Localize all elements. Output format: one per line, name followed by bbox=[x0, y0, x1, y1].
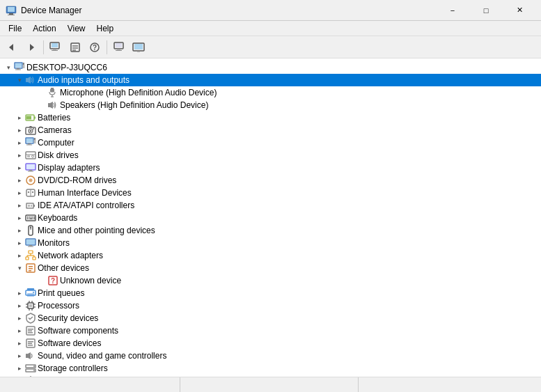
svg-rect-70 bbox=[26, 215, 36, 221]
svg-rect-22 bbox=[137, 51, 140, 52]
tree-item-cameras[interactable]: ▸ Cameras bbox=[0, 124, 541, 136]
expand-security[interactable]: ▸ bbox=[14, 313, 25, 324]
maximize-button[interactable]: □ bbox=[470, 0, 502, 21]
svg-rect-25 bbox=[17, 68, 19, 70]
svg-rect-100 bbox=[33, 292, 34, 293]
tree-item-ide[interactable]: ▸ IDE ATA/ATAPI controllers bbox=[0, 199, 541, 212]
menu-bar: File Action View Help bbox=[0, 21, 541, 36]
toolbar-monitor[interactable] bbox=[130, 38, 148, 56]
expand-display[interactable]: ▸ bbox=[14, 162, 25, 173]
expand-cameras[interactable]: ▸ bbox=[14, 125, 25, 136]
toolbar-properties[interactable] bbox=[66, 38, 84, 56]
tree-item-softwarecomp[interactable]: ▸ Software components bbox=[0, 324, 541, 337]
expand-keyboards[interactable]: ▸ bbox=[14, 212, 25, 224]
tree-item-softwaredev[interactable]: ▸ Software devices bbox=[0, 337, 541, 350]
icon-unknown: ? bbox=[47, 275, 58, 286]
svg-rect-85 bbox=[26, 257, 29, 260]
minimize-button[interactable]: − bbox=[437, 0, 469, 21]
tree-item-root[interactable]: ▾ DESKTOP-J3UQCC6 bbox=[0, 61, 541, 74]
tree-item-storage[interactable]: ▸ Storage controllers bbox=[0, 362, 541, 375]
tree-item-unknown[interactable]: ▸ ? Unknown device bbox=[0, 274, 541, 287]
expand-network[interactable]: ▸ bbox=[14, 250, 25, 261]
expand-processors[interactable]: ▸ bbox=[14, 300, 25, 311]
tree-item-dvd[interactable]: ▸ DVD/CD-ROM drives bbox=[0, 174, 541, 187]
svg-rect-29 bbox=[26, 78, 28, 82]
tree-item-mice[interactable]: ▸ Mice and other pointing devices bbox=[0, 224, 541, 237]
svg-rect-72 bbox=[29, 217, 31, 218]
tree-item-diskdrives[interactable]: ▸ Disk drives bbox=[0, 149, 541, 162]
audio-label: Audio inputs and outputs bbox=[36, 75, 130, 85]
expand-mice[interactable]: ▸ bbox=[14, 225, 25, 236]
svg-rect-116 bbox=[28, 341, 33, 343]
svg-point-79 bbox=[30, 227, 31, 228]
expand-other[interactable]: ▾ bbox=[14, 262, 25, 274]
toolbar-scan[interactable] bbox=[110, 38, 128, 56]
svg-rect-24 bbox=[15, 63, 22, 68]
toolbar-forward[interactable] bbox=[22, 38, 40, 56]
svg-rect-117 bbox=[28, 343, 32, 345]
expand-audio[interactable]: ▾ bbox=[14, 75, 25, 86]
tree-item-network[interactable]: ▸ Network adapters bbox=[0, 249, 541, 262]
tree-item-other[interactable]: ▾ Other devices bbox=[0, 262, 541, 274]
icon-dvd bbox=[25, 175, 36, 186]
expand-hid[interactable]: ▸ bbox=[14, 187, 25, 198]
tree-item-speakers[interactable]: ▸ Speakers (High Definition Audio Device… bbox=[0, 99, 541, 111]
window-title: Device Manager bbox=[21, 6, 437, 15]
expand-dvd[interactable]: ▸ bbox=[14, 175, 25, 186]
close-button[interactable]: ✕ bbox=[503, 0, 535, 21]
expand-print[interactable]: ▸ bbox=[14, 288, 25, 299]
svg-rect-93 bbox=[29, 268, 33, 269]
print-label: Print queues bbox=[36, 288, 84, 298]
icon-keyboard bbox=[25, 212, 36, 224]
tree-item-computer[interactable]: ▸ Computer bbox=[0, 136, 541, 149]
svg-point-123 bbox=[33, 366, 35, 367]
menu-action[interactable]: Action bbox=[27, 22, 61, 35]
expand-root[interactable]: ▾ bbox=[3, 62, 14, 73]
svg-rect-73 bbox=[31, 217, 33, 218]
expand-softwarecomp[interactable]: ▸ bbox=[14, 325, 25, 336]
tree-item-security[interactable]: ▸ Security devices bbox=[0, 312, 541, 324]
status-section2 bbox=[183, 377, 359, 392]
hid-label: Human Interface Devices bbox=[36, 188, 132, 198]
svg-rect-51 bbox=[26, 152, 36, 159]
svg-rect-3 bbox=[8, 15, 15, 15]
menu-view[interactable]: View bbox=[62, 22, 91, 35]
expand-monitors[interactable]: ▸ bbox=[14, 237, 25, 249]
toolbar-help[interactable]: ? bbox=[86, 38, 104, 56]
expand-storage[interactable]: ▸ bbox=[14, 363, 25, 374]
svg-rect-58 bbox=[28, 171, 33, 172]
tree-item-sound[interactable]: ▸ Sound, video and game controllers bbox=[0, 350, 541, 362]
svg-marker-36 bbox=[50, 102, 53, 109]
device-tree[interactable]: ▾ DESKTOP-J3UQCC6 ▾ bbox=[0, 58, 541, 377]
tree-item-microphone[interactable]: ▸ Microphone (High Definition Audio Devi… bbox=[0, 86, 541, 99]
expand-disk[interactable]: ▸ bbox=[14, 150, 25, 161]
expand-batteries[interactable]: ▸ bbox=[14, 112, 25, 123]
batteries-label: Batteries bbox=[36, 113, 70, 123]
tree-item-print[interactable]: ▸ Print queues bbox=[0, 287, 541, 299]
menu-help[interactable]: Help bbox=[91, 22, 120, 35]
svg-rect-102 bbox=[29, 304, 32, 307]
expand-computer[interactable]: ▸ bbox=[14, 137, 25, 148]
status-section1 bbox=[4, 377, 180, 392]
expand-ide[interactable]: ▸ bbox=[14, 200, 25, 211]
toolbar-computer[interactable] bbox=[47, 38, 65, 56]
tree-item-batteries[interactable]: ▸ Batteries bbox=[0, 111, 541, 124]
svg-point-44 bbox=[33, 128, 34, 130]
keyboards-label: Keyboards bbox=[36, 213, 77, 223]
svg-point-124 bbox=[33, 370, 35, 371]
toolbar-sep2 bbox=[107, 40, 107, 54]
tree-item-monitors[interactable]: ▸ Monitors bbox=[0, 237, 541, 249]
icon-network bbox=[25, 250, 36, 261]
tree-item-processors[interactable]: ▸ Processors bbox=[0, 299, 541, 312]
tree-item-audio[interactable]: ▾ Audio inputs and outputs bbox=[0, 74, 541, 86]
svg-rect-76 bbox=[29, 219, 33, 220]
sound-label: Sound, video and game controllers bbox=[36, 351, 166, 361]
expand-sound[interactable]: ▸ bbox=[14, 350, 25, 361]
menu-file[interactable]: File bbox=[3, 22, 27, 35]
tree-item-keyboards[interactable]: ▸ Keyboards bbox=[0, 212, 541, 224]
tree-item-hid[interactable]: ▸ Human Interface Devices bbox=[0, 187, 541, 199]
toolbar-back[interactable] bbox=[3, 38, 21, 56]
tree-item-display[interactable]: ▸ Display adapters bbox=[0, 162, 541, 174]
expand-softwaredev[interactable]: ▸ bbox=[14, 338, 25, 349]
svg-rect-48 bbox=[26, 145, 32, 146]
